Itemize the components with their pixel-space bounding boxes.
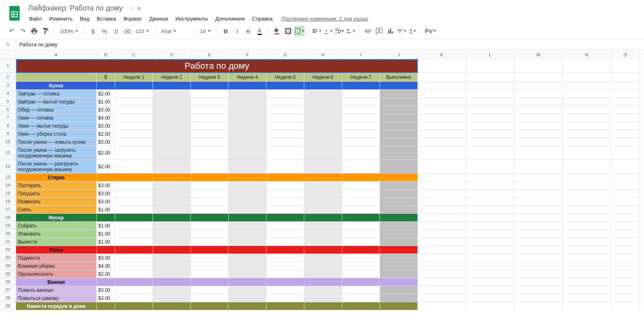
star-icon[interactable]: ☆ <box>128 4 134 12</box>
cell[interactable] <box>304 222 342 230</box>
cell[interactable] <box>611 130 640 138</box>
cell[interactable] <box>563 122 611 130</box>
text-rotation-button[interactable]: ▼ <box>345 26 356 36</box>
task-price[interactable]: $1.00 <box>97 230 115 238</box>
cell[interactable] <box>266 90 304 98</box>
task-price[interactable]: $3.00 <box>97 286 115 294</box>
row-header-21[interactable]: 21 <box>0 237 16 246</box>
row-header-23[interactable]: 23 <box>0 254 16 262</box>
cell[interactable] <box>380 214 418 222</box>
cell[interactable] <box>115 214 153 222</box>
cell[interactable] <box>563 160 611 173</box>
task-price[interactable]: $3.00 <box>97 294 115 302</box>
cell[interactable] <box>611 73 640 82</box>
cell[interactable] <box>418 146 466 160</box>
cell[interactable] <box>418 270 466 278</box>
section-header[interactable]: Кухня <box>16 82 97 90</box>
cell[interactable] <box>115 278 153 286</box>
sheet-title-cell[interactable]: Работа по дому <box>16 59 418 73</box>
cell[interactable] <box>342 222 380 230</box>
cell[interactable] <box>304 262 342 270</box>
row-header-1[interactable]: 1 <box>0 59 16 73</box>
cell[interactable] <box>304 130 342 138</box>
task-name[interactable]: Постирать <box>16 182 97 190</box>
row-header-29[interactable]: 29 <box>0 302 16 310</box>
cell[interactable] <box>466 286 514 294</box>
cell[interactable] <box>229 98 266 106</box>
cell[interactable] <box>229 206 266 214</box>
cell[interactable] <box>153 230 191 238</box>
cell[interactable] <box>380 130 418 138</box>
cell[interactable] <box>466 302 514 310</box>
cell[interactable] <box>229 302 266 310</box>
cell[interactable] <box>342 98 380 106</box>
cell[interactable] <box>342 206 380 214</box>
cell[interactable] <box>466 246 514 254</box>
cell[interactable] <box>514 106 563 114</box>
cell[interactable] <box>191 138 229 146</box>
week-header[interactable]: Неделя 5 <box>266 73 304 82</box>
col-header-M[interactable]: M <box>514 50 563 59</box>
cell[interactable] <box>514 138 563 146</box>
cell[interactable] <box>418 286 466 294</box>
week-header[interactable]: Неделя 4 <box>229 73 266 82</box>
cell[interactable] <box>514 286 563 294</box>
cell[interactable] <box>514 190 563 198</box>
cell[interactable] <box>514 254 563 262</box>
cell[interactable] <box>611 294 640 302</box>
functions-button[interactable]: Σ▼ <box>408 26 418 36</box>
col-header-E[interactable]: E <box>191 50 229 59</box>
cell[interactable] <box>191 238 229 246</box>
cell[interactable] <box>342 160 380 173</box>
cell[interactable] <box>514 114 563 122</box>
col-header-L[interactable]: L <box>466 50 514 59</box>
cell[interactable] <box>191 130 229 138</box>
task-name[interactable]: Помыться самому <box>16 294 97 302</box>
row-header-8[interactable]: 8 <box>0 122 16 130</box>
cell[interactable] <box>229 198 266 206</box>
cell[interactable] <box>153 222 191 230</box>
cell[interactable] <box>153 246 191 254</box>
task-price[interactable]: $3.00 <box>97 138 115 146</box>
menu-view[interactable]: Вид <box>77 14 93 23</box>
task-price[interactable]: $3.00 <box>97 254 115 262</box>
cell[interactable] <box>514 262 563 270</box>
cell[interactable] <box>611 246 640 254</box>
cell[interactable] <box>191 114 229 122</box>
cell[interactable] <box>153 190 191 198</box>
row-header-13[interactable]: 13 <box>0 173 16 182</box>
cell[interactable] <box>266 82 304 90</box>
cell[interactable] <box>342 302 380 310</box>
cell[interactable] <box>418 246 466 254</box>
cell[interactable] <box>229 82 266 90</box>
cell[interactable] <box>563 198 611 206</box>
cell[interactable] <box>304 254 342 262</box>
cell[interactable] <box>380 302 418 310</box>
cell[interactable] <box>611 173 640 182</box>
cell[interactable] <box>115 106 153 114</box>
cell[interactable] <box>266 302 304 310</box>
cell[interactable] <box>611 302 640 310</box>
cell[interactable] <box>115 182 153 190</box>
cell[interactable] <box>115 286 153 294</box>
task-price[interactable]: $2.00 <box>97 270 115 278</box>
task-price[interactable]: $1.00 <box>97 238 115 246</box>
week-header[interactable]: Неделя 2 <box>153 73 191 82</box>
cell[interactable] <box>418 82 466 90</box>
cell[interactable] <box>611 98 640 106</box>
col-header-G[interactable]: G <box>266 50 304 59</box>
cell[interactable] <box>466 206 514 214</box>
col-header-I[interactable]: I <box>342 50 380 59</box>
cell[interactable] <box>304 206 342 214</box>
cell[interactable] <box>115 222 153 230</box>
menu-edit[interactable]: Изменить <box>46 14 76 23</box>
task-name[interactable]: Обед — готовка <box>16 106 97 114</box>
cell[interactable] <box>418 182 466 190</box>
cell[interactable] <box>342 173 380 182</box>
cell[interactable] <box>342 262 380 270</box>
cell[interactable] <box>611 122 640 130</box>
week-header[interactable]: Неделя 7 <box>342 73 380 82</box>
cell[interactable] <box>191 98 229 106</box>
cell[interactable] <box>611 146 640 160</box>
cell[interactable] <box>380 182 418 190</box>
